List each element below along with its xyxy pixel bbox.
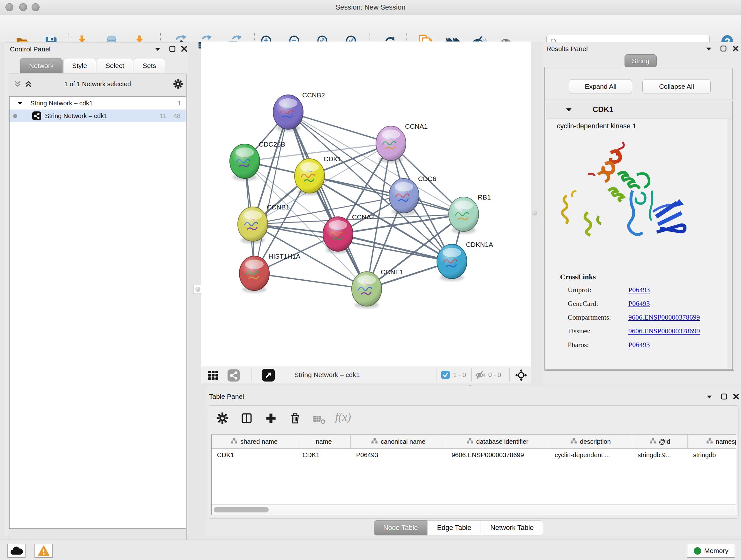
network-edge-CCNB2-HIST1H1A[interactable] — [254, 112, 288, 273]
table-panel-close-button[interactable] — [732, 392, 740, 401]
table-options-gear-icon[interactable] — [215, 411, 230, 426]
network-node-CCNA1[interactable] — [376, 126, 406, 163]
right-splitter-handle[interactable] — [530, 209, 539, 217]
crosslinks-list: Uniprot:P06493GeneCard:P06493Compartment… — [568, 286, 700, 354]
show-columns-button[interactable] — [239, 411, 254, 426]
tab-network[interactable]: Network — [20, 58, 63, 73]
tab-node-table[interactable]: Node Table — [374, 520, 427, 536]
gene-section-header[interactable]: CDK1 — [546, 101, 732, 118]
control-panel-close-button[interactable] — [180, 45, 188, 53]
tab-network-table[interactable]: Network Table — [481, 520, 543, 536]
column-header-name[interactable]: name — [297, 435, 351, 448]
crosslink-row: Compartments:9606.ENSP00000378699 — [568, 313, 700, 321]
node-label-CCNE1: CCNE1 — [381, 268, 403, 275]
network-edge-HIST1H1A-CCNE1[interactable] — [254, 273, 367, 289]
section-collapse-icon[interactable] — [566, 108, 572, 112]
string-results-buttons-box: Expand All Collapse All — [546, 68, 733, 100]
table-cell-name[interactable]: CDK1 — [297, 451, 351, 459]
crosslink-uniprot-[interactable]: P06493 — [628, 286, 650, 294]
network-canvas[interactable]: CCNB2CCNA1CDC25BCDK1CDC6RB1CCNB1CCNA2CDK… — [201, 42, 531, 366]
crosslink-compartments-[interactable]: 9606.ENSP00000378699 — [628, 313, 700, 321]
expand-all-button[interactable]: Expand All — [569, 79, 632, 94]
network-column-icon — [467, 438, 473, 445]
control-panel-float-button[interactable] — [168, 45, 177, 53]
network-node-CCNB1[interactable] — [238, 207, 268, 244]
network-node-RB1[interactable] — [449, 197, 479, 234]
table-cell-canonical-name[interactable]: P06493 — [351, 451, 446, 459]
results-panel-close-button[interactable] — [731, 44, 740, 53]
network-view-icon[interactable] — [227, 369, 240, 382]
column-header-label: canonical name — [381, 438, 425, 445]
tab-edge-table[interactable]: Edge Table — [427, 520, 481, 536]
collapse-all-button[interactable]: Collapse All — [643, 79, 711, 94]
network-node-HIST1H1A[interactable] — [239, 256, 269, 293]
status-bar: Memory — [0, 540, 741, 560]
hidden-eye-slash-icon — [475, 369, 486, 381]
network-node-CDC25B[interactable] — [230, 144, 260, 181]
table-cell-description[interactable]: cyclin-dependent ... — [549, 451, 632, 459]
table-row[interactable]: CDK1CDK1P064939606.ENSP00000378699cyclin… — [212, 449, 736, 461]
memory-status-dot — [694, 547, 701, 555]
tab-sets[interactable]: Sets — [134, 58, 165, 73]
table-panel-float-button[interactable] — [720, 392, 728, 401]
fit-selected-target-button[interactable] — [515, 368, 528, 382]
warnings-button[interactable] — [35, 544, 53, 558]
show-grid-views-button[interactable] — [207, 369, 219, 381]
detach-view-button[interactable] — [262, 368, 275, 382]
tree-expander-icon[interactable] — [17, 101, 23, 105]
network-node-CCNE1[interactable] — [352, 272, 382, 308]
gene-section: CDK1 cyclin-dependent kinase 1 CrossLink… — [546, 101, 733, 370]
results-panel-float-button[interactable] — [719, 44, 728, 53]
network-tree-collection-row[interactable]: String Network – cdk1 1 — [10, 97, 186, 110]
column-header--id[interactable]: @id — [632, 435, 688, 448]
crosslink-pharos-[interactable]: P06493 — [628, 341, 650, 349]
network-tree-network-row[interactable]: String Network – cdk1 11 48 — [10, 110, 186, 122]
column-header-label: @id — [659, 438, 670, 445]
function-builder-button-disabled: f(x) — [335, 410, 351, 424]
column-header-database-identifier[interactable]: database identifier — [446, 435, 549, 448]
cloud-status-button[interactable] — [7, 544, 25, 558]
results-panel-collapse-button[interactable] — [704, 45, 713, 53]
splitter-dot — [195, 287, 200, 292]
tab-style[interactable]: Style — [63, 58, 96, 73]
table-panel-collapse-button[interactable] — [705, 393, 714, 401]
splitter-dot — [532, 210, 537, 215]
crosslink-label: Pharos: — [568, 341, 628, 349]
control-panel: Control Panel NetworkStyleSelectSets 1 o… — [5, 42, 189, 537]
left-splitter-handle[interactable] — [193, 285, 202, 294]
network-edge-CCNB2-CCNE1[interactable] — [288, 112, 367, 289]
scrollbar-thumb[interactable] — [214, 507, 269, 512]
table-cell-namespace[interactable]: stringdb — [688, 451, 736, 459]
network-graph[interactable]: CCNB2CCNA1CDC25BCDK1CDC6RB1CCNB1CCNA2CDK… — [201, 42, 531, 366]
table-cell--id[interactable]: stringdb:9... — [632, 451, 688, 459]
column-header-shared-name[interactable]: shared name — [212, 435, 297, 448]
memory-button[interactable]: Memory — [687, 544, 735, 558]
selected-checkbox-icon[interactable] — [441, 371, 450, 379]
column-header-canonical-name[interactable]: canonical name — [351, 435, 446, 448]
network-edge-CDK1-RB1[interactable] — [310, 176, 464, 214]
node-label-CDK1: CDK1 — [324, 155, 341, 163]
table-cell-shared-name[interactable]: CDK1 — [212, 451, 297, 459]
results-scrollbar[interactable] — [727, 119, 731, 368]
column-header-description[interactable]: description — [549, 435, 632, 448]
table-horizontal-scrollbar[interactable] — [212, 504, 736, 515]
crosslink-genecard-[interactable]: P06493 — [628, 300, 650, 308]
network-column-icon — [706, 438, 713, 445]
tab-select[interactable]: Select — [97, 58, 133, 73]
network-node-CDKN1A[interactable] — [437, 244, 467, 281]
crosslink-tissues-[interactable]: 9606.ENSP00000378699 — [628, 327, 700, 335]
control-panel-collapse-button[interactable] — [153, 45, 162, 53]
hidden-counts: 0 - 0 — [488, 366, 501, 383]
tab-string-results[interactable]: String — [624, 54, 657, 68]
create-column-button[interactable] — [264, 411, 278, 426]
network-node-CCNB2[interactable] — [273, 95, 303, 132]
network-options-gear-icon[interactable] — [173, 78, 184, 89]
crosslink-row: Pharos:P06493 — [568, 341, 700, 349]
table-cell-database-identifier[interactable]: 9606.ENSP00000378699 — [446, 451, 549, 459]
network-edge-CCNB2-CCNA1[interactable] — [288, 112, 391, 143]
control-panel-tabs: NetworkStyleSelectSets — [20, 58, 165, 73]
netbar-separator — [509, 368, 510, 381]
column-header-namespace[interactable]: namespace — [688, 435, 736, 448]
node-table[interactable]: shared namenamecanonical namedatabase id… — [211, 435, 736, 515]
delete-column-button[interactable] — [288, 411, 302, 426]
